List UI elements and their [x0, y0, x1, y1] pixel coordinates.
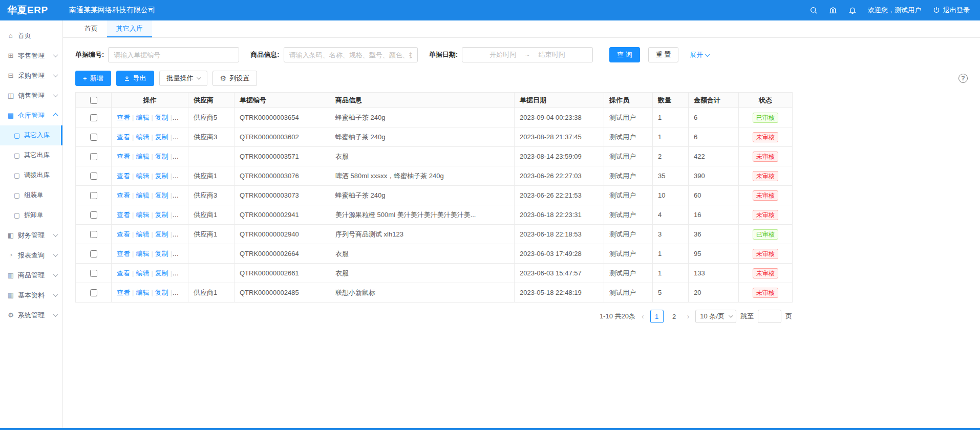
copy-link[interactable]: 复制: [155, 114, 168, 121]
sidebar-item[interactable]: ▢ 组装单: [0, 185, 62, 205]
row-actions: 查看|编辑|复制|删除: [112, 147, 188, 166]
row-checkbox[interactable]: [90, 114, 97, 121]
copy-link[interactable]: 复制: [155, 191, 168, 199]
organization-icon[interactable]: [829, 6, 837, 14]
copy-link[interactable]: 复制: [155, 133, 168, 141]
edit-link[interactable]: 编辑: [136, 230, 149, 238]
cell-supplier: 供应商3: [188, 186, 235, 205]
next-page-icon[interactable]: ›: [685, 312, 692, 320]
view-link[interactable]: 查看: [117, 153, 130, 160]
select-all-checkbox[interactable]: [90, 97, 97, 104]
sidebar-item[interactable]: ◫ 销售管理: [0, 85, 62, 105]
cell-amount: 6: [689, 108, 739, 127]
copy-link[interactable]: 复制: [155, 172, 168, 180]
chevron-icon: [53, 232, 58, 237]
view-link[interactable]: 查看: [117, 211, 130, 219]
view-link[interactable]: 查看: [117, 269, 130, 277]
view-link[interactable]: 查看: [117, 133, 130, 141]
copy-link[interactable]: 复制: [155, 230, 168, 238]
col-date: 单据日期: [515, 93, 604, 108]
purchase-icon: ⊟: [7, 72, 14, 79]
cell-goods: 衣服: [330, 264, 515, 283]
view-link[interactable]: 查看: [117, 250, 130, 257]
view-link[interactable]: 查看: [117, 191, 130, 199]
sidebar-item[interactable]: ▢ 其它入库: [0, 125, 62, 145]
sidebar-item[interactable]: ◔ 报表查询: [0, 245, 62, 265]
export-button[interactable]: 导出: [116, 71, 154, 86]
row-checkbox[interactable]: [90, 134, 97, 141]
jump-label: 跳至: [740, 312, 754, 321]
tab[interactable]: 首页: [75, 20, 107, 37]
column-settings-button[interactable]: ⚙ 列设置: [212, 71, 258, 86]
sidebar-item[interactable]: ▢ 其它出库: [0, 145, 62, 165]
system-icon: ⚙: [7, 311, 14, 319]
copy-link[interactable]: 复制: [155, 269, 168, 277]
row-checkbox[interactable]: [90, 211, 97, 219]
row-checkbox[interactable]: [90, 250, 97, 257]
row-checkbox[interactable]: [90, 270, 97, 277]
goods-info-input[interactable]: [284, 47, 418, 62]
copy-link[interactable]: 复制: [155, 211, 168, 219]
view-link[interactable]: 查看: [117, 230, 130, 238]
sidebar-item[interactable]: ◧ 财务管理: [0, 225, 62, 245]
date-range-input[interactable]: 开始时间 ~ 结束时间: [462, 47, 593, 62]
copy-link[interactable]: 复制: [155, 289, 168, 296]
edit-link[interactable]: 编辑: [136, 172, 149, 180]
table-row: 查看|编辑|复制|删除 供应商1 QTRK00000002940 序列号商品测试…: [76, 225, 793, 244]
sidebar-item[interactable]: ⌂ 首页: [0, 26, 62, 46]
edit-link[interactable]: 编辑: [136, 133, 149, 141]
status-badge: 未审核: [753, 210, 778, 220]
plus-icon: +: [83, 75, 87, 82]
prev-page-icon[interactable]: ‹: [640, 312, 646, 320]
cell-amount: 16: [689, 205, 739, 225]
sidebar-item[interactable]: ▢ 拆卸单: [0, 205, 62, 225]
chevron-icon: [53, 72, 58, 77]
view-link[interactable]: 查看: [117, 114, 130, 121]
row-checkbox[interactable]: [90, 289, 97, 296]
sidebar-item[interactable]: ⊟ 采购管理: [0, 66, 62, 85]
cell-supplier: [188, 147, 235, 166]
edit-link[interactable]: 编辑: [136, 211, 149, 219]
copy-link[interactable]: 复制: [155, 153, 168, 160]
page-number[interactable]: 1: [650, 310, 664, 323]
page-number[interactable]: 2: [668, 310, 681, 323]
row-checkbox[interactable]: [90, 231, 97, 238]
bell-icon[interactable]: [848, 6, 857, 14]
bill-no-label: 单据编号:: [75, 50, 104, 59]
page-size-select[interactable]: 10 条/页: [695, 310, 736, 323]
bill-no-input[interactable]: [108, 47, 239, 62]
logout-button[interactable]: 退出登录: [932, 6, 970, 15]
reset-button[interactable]: 重 置: [648, 47, 679, 62]
view-link[interactable]: 查看: [117, 289, 130, 296]
search-button[interactable]: 查 询: [609, 47, 640, 62]
sidebar-item[interactable]: ⊞ 零售管理: [0, 46, 62, 66]
view-link[interactable]: 查看: [117, 172, 130, 180]
edit-link[interactable]: 编辑: [136, 153, 149, 160]
edit-link[interactable]: 编辑: [136, 269, 149, 277]
doc-icon: ▢: [13, 191, 20, 199]
edit-link[interactable]: 编辑: [136, 250, 149, 257]
sidebar-item[interactable]: ⚙ 系统管理: [0, 305, 62, 325]
tab[interactable]: 其它入库: [107, 20, 152, 37]
chevron-icon: [53, 92, 58, 97]
copy-link[interactable]: 复制: [155, 250, 168, 257]
edit-link[interactable]: 编辑: [136, 191, 149, 199]
help-icon[interactable]: ?: [958, 74, 968, 83]
cell-supplier: 供应商3: [188, 127, 235, 147]
row-checkbox[interactable]: [90, 192, 97, 199]
add-button[interactable]: + 新增: [75, 71, 111, 86]
sidebar-item-label: 调拨出库: [24, 171, 50, 180]
expand-link[interactable]: 展开: [690, 50, 709, 59]
sidebar-item[interactable]: ▦ 基本资料: [0, 285, 62, 305]
sidebar-item[interactable]: ▢ 调拨出库: [0, 165, 62, 185]
edit-link[interactable]: 编辑: [136, 289, 149, 296]
row-checkbox[interactable]: [90, 173, 97, 180]
edit-link[interactable]: 编辑: [136, 114, 149, 121]
sidebar-item[interactable]: ▤ 仓库管理: [0, 105, 62, 125]
row-checkbox[interactable]: [90, 153, 97, 160]
jump-page-input[interactable]: [758, 310, 781, 323]
row-actions: 查看|编辑|复制|删除: [112, 283, 188, 303]
batch-actions-button[interactable]: 批量操作: [159, 71, 207, 86]
search-icon[interactable]: [809, 6, 818, 14]
sidebar-item[interactable]: ▥ 商品管理: [0, 265, 62, 285]
